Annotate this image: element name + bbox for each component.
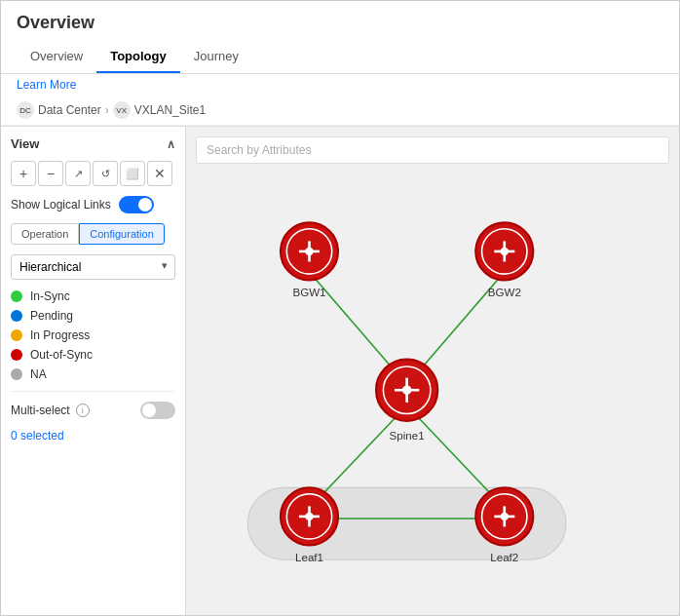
layout-select-wrapper: Hierarchical <box>11 254 175 280</box>
na-dot <box>11 368 22 380</box>
svg-point-9 <box>501 248 509 255</box>
logical-links-toggle[interactable] <box>119 196 154 213</box>
multi-select-info-icon[interactable]: i <box>76 404 90 417</box>
node-bgw2-label: BGW2 <box>488 287 521 298</box>
tab-topology[interactable]: Topology <box>96 41 180 73</box>
node-bgw1-label: BGW1 <box>292 287 325 298</box>
svg-point-24 <box>501 513 509 520</box>
legend-na: NA <box>11 367 175 381</box>
breadcrumb-datacenter[interactable]: Data Center <box>38 103 101 117</box>
close-button[interactable]: ✕ <box>147 161 172 186</box>
page-title: Overview <box>17 13 663 33</box>
node-spine1-label: Spine1 <box>390 430 425 442</box>
expand-button[interactable]: ↗ <box>65 161 91 186</box>
node-leaf2-label: Leaf2 <box>490 552 518 563</box>
operation-button[interactable]: Operation <box>11 223 79 245</box>
multi-select-toggle[interactable] <box>140 402 175 419</box>
mode-selector: Operation Configuration <box>11 223 175 245</box>
breadcrumb-separator: › <box>105 103 109 117</box>
legend-insync: In-Sync <box>11 289 175 303</box>
inprogress-dot <box>11 329 22 341</box>
vxlan-icon: VX <box>113 101 131 119</box>
left-panel: View ∧ + − ↗ ↺ ⬜ ✕ Show Logical Links Op… <box>1 127 186 615</box>
pending-label: Pending <box>30 309 73 323</box>
topology-svg: BGW1 BGW2 <box>186 175 679 615</box>
legend-pending: Pending <box>11 309 175 323</box>
page-header: Overview Overview Topology Journey <box>1 1 679 74</box>
search-bar[interactable]: Search by Attributes <box>196 136 669 164</box>
collapse-icon[interactable]: ∧ <box>167 137 175 151</box>
node-leaf1-label: Leaf1 <box>295 552 323 563</box>
legend-outofsync: Out-of-Sync <box>11 348 175 362</box>
zoom-in-button[interactable]: + <box>11 161 36 186</box>
breadcrumb: DC Data Center › VX VXLAN_Site1 <box>1 96 679 126</box>
inprogress-label: In Progress <box>30 328 90 342</box>
learn-more-link[interactable]: Learn More <box>1 74 679 96</box>
pending-dot <box>11 310 22 322</box>
legend: In-Sync Pending In Progress Out-of-Sync … <box>11 289 175 381</box>
breadcrumb-vxlan[interactable]: VXLAN_Site1 <box>134 103 206 117</box>
multi-select-label: Multi-select <box>11 404 70 417</box>
selected-count: 0 selected <box>11 429 175 443</box>
logical-links-label: Show Logical Links <box>11 198 111 212</box>
zoom-out-button[interactable]: − <box>38 161 63 186</box>
tab-bar: Overview Topology Journey <box>17 41 663 73</box>
main-content: View ∧ + − ↗ ↺ ⬜ ✕ Show Logical Links Op… <box>1 127 679 615</box>
configuration-button[interactable]: Configuration <box>79 223 164 245</box>
reset-button[interactable]: ↺ <box>93 161 118 186</box>
outofsync-dot <box>11 349 22 361</box>
datacenter-icon: DC <box>17 101 34 119</box>
tab-journey[interactable]: Journey <box>180 41 252 73</box>
search-placeholder: Search by Attributes <box>207 143 311 157</box>
app-container: Overview Overview Topology Journey Learn… <box>0 0 680 616</box>
fit-button[interactable]: ⬜ <box>120 161 145 186</box>
node-bgw2[interactable]: BGW2 <box>475 222 533 298</box>
toolbar: + − ↗ ↺ ⬜ ✕ <box>11 161 175 186</box>
right-panel: Search by Attributes <box>186 127 679 615</box>
svg-point-4 <box>305 248 313 255</box>
na-label: NA <box>30 367 47 381</box>
svg-point-19 <box>305 513 313 520</box>
legend-inprogress: In Progress <box>11 328 175 342</box>
outofsync-label: Out-of-Sync <box>30 348 93 362</box>
svg-point-14 <box>402 385 411 394</box>
view-label: View <box>11 136 39 151</box>
topology-canvas: BGW1 BGW2 <box>186 175 679 615</box>
layout-select[interactable]: Hierarchical <box>11 254 175 280</box>
panel-header: View ∧ <box>11 136 175 151</box>
logical-links-row: Show Logical Links <box>11 196 175 213</box>
divider <box>11 391 175 392</box>
insync-label: In-Sync <box>30 289 70 303</box>
node-bgw1[interactable]: BGW1 <box>281 222 338 298</box>
tab-overview[interactable]: Overview <box>17 41 96 73</box>
multi-select-row: Multi-select i <box>11 402 175 419</box>
insync-dot <box>11 290 22 302</box>
